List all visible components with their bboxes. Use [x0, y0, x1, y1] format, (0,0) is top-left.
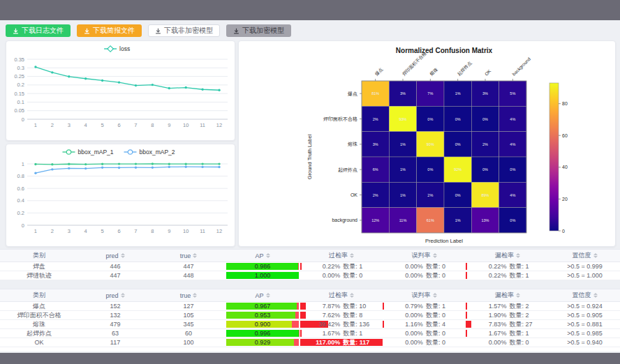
sort-desc-icon [121, 256, 125, 258]
sort-icon[interactable] [433, 253, 437, 258]
cell-conf: >0.5 = 0.881 [549, 320, 620, 329]
ap-value: 0.967 [225, 302, 300, 310]
cell-false: 0.00%数量: 0 [383, 311, 466, 320]
column-header-miss[interactable]: 漏检率 [466, 250, 549, 261]
loss-chart-svg: loss00.050.10.150.20.250.30.351234567891… [6, 41, 233, 139]
class-name: 起焊炸点 [27, 329, 52, 338]
rate-percent: 1.57% [466, 303, 509, 310]
svg-text:9: 9 [168, 228, 170, 234]
sort-icon[interactable] [266, 293, 270, 298]
cell-name: 熔珠 [0, 320, 78, 329]
cell-name: 起焊炸点 [0, 329, 78, 338]
cell-miss: 1.90%数量: 2 [466, 311, 549, 320]
svg-text:1%: 1% [400, 193, 406, 197]
svg-text:9: 9 [168, 122, 170, 128]
sort-icon[interactable] [593, 293, 598, 298]
download-icon [155, 28, 161, 34]
window-chrome-top [0, 0, 620, 20]
download-button-3[interactable]: 下载非加密模型 [148, 24, 220, 37]
rate-count: 数量: 10 [343, 302, 383, 311]
sort-icon[interactable] [593, 253, 598, 258]
loss-chart-legend[interactable]: loss [104, 45, 130, 52]
svg-text:11%: 11% [399, 218, 407, 222]
sort-icon[interactable] [193, 253, 197, 258]
cell-pred: 117 [78, 338, 152, 347]
svg-text:93%: 93% [399, 117, 406, 121]
column-header-false[interactable]: 误判率 [383, 250, 466, 261]
ap-value: 0.986 [225, 262, 300, 271]
svg-text:0.2: 0.2 [17, 82, 24, 88]
cell-true: 100 [152, 338, 225, 347]
download-toolbar: 下载日志文件下载简报文件下载非加密模型下载加密模型 [6, 24, 291, 37]
download-icon [233, 28, 239, 34]
class-name: 爆点 [33, 302, 45, 311]
column-header-conf[interactable]: 置信度 [549, 250, 620, 261]
download-button-2[interactable]: 下载简报文件 [77, 24, 142, 37]
sort-desc-icon [593, 256, 598, 258]
svg-text:0%: 0% [482, 167, 488, 172]
sort-icon[interactable] [350, 293, 354, 298]
sort-asc-icon [593, 293, 598, 295]
matrix-row-label: background [332, 218, 357, 223]
column-header-label: AP [255, 292, 263, 299]
ap-value: 0.996 [225, 329, 300, 338]
rate-values: 1.90%数量: 2 [466, 311, 549, 320]
svg-text:1: 1 [34, 122, 37, 128]
column-header-over[interactable]: 过检率 [300, 250, 383, 261]
matrix-xlabel: Prediction Label [425, 238, 463, 244]
matrix-row-label: 起焊炸点 [338, 167, 357, 173]
sort-desc-icon [433, 296, 437, 298]
download-button-1[interactable]: 下载日志文件 [6, 24, 71, 37]
cell-ap: 0.996 [225, 329, 300, 338]
download-icon [84, 28, 90, 34]
column-header-pred[interactable]: pred [78, 250, 152, 261]
true-value: 127 [183, 303, 193, 310]
rate-count: 数量: 0 [343, 271, 383, 280]
column-header-label: pred [105, 292, 118, 299]
sort-icon[interactable] [516, 253, 520, 258]
cell-over: 0.00%数量: 0 [300, 271, 383, 280]
svg-text:0: 0 [562, 229, 565, 234]
rate-percent: 39.42% [300, 321, 343, 328]
column-header-ap[interactable]: AP [225, 289, 300, 301]
sort-icon[interactable] [516, 293, 520, 298]
rate-percent: 0.22% [466, 272, 509, 279]
svg-text:0: 0 [22, 116, 24, 123]
column-header-pred[interactable]: pred [78, 289, 152, 301]
column-header-label: 类别 [33, 251, 45, 260]
rate-count: 数量: 0 [426, 311, 466, 320]
sort-icon[interactable] [350, 253, 354, 258]
sort-icon[interactable] [193, 293, 197, 298]
sort-icon[interactable] [121, 253, 125, 258]
column-header-conf[interactable]: 置信度 [549, 289, 620, 301]
cell-name: 焊印面积不合格 [0, 311, 78, 320]
confusion-matrix-svg: Normalized Confusion Matrix81%3%7%1%3%5%… [239, 41, 614, 245]
svg-text:0%: 0% [482, 117, 488, 121]
matrix-row-label: OK [350, 192, 357, 197]
cell-ap: 0.953 [225, 311, 300, 320]
column-header-miss[interactable]: 漏检率 [466, 289, 549, 301]
svg-text:92%: 92% [454, 167, 462, 172]
sort-icon[interactable] [433, 293, 437, 298]
map-chart-legend[interactable]: bbox_mAP_1bbox_mAP_2 [63, 149, 175, 156]
column-header-ap[interactable]: AP [225, 250, 300, 261]
pred-value: 446 [110, 263, 120, 270]
sort-icon[interactable] [266, 253, 270, 258]
sort-icon[interactable] [121, 293, 125, 298]
download-button-4[interactable]: 下载加密模型 [226, 24, 291, 37]
sort-desc-icon [433, 256, 437, 258]
rate-percent: 0.00% [300, 272, 343, 279]
cell-conf: >0.5 = 0.924 [549, 302, 620, 311]
column-header-over[interactable]: 过检率 [300, 289, 383, 301]
column-header-true[interactable]: true [152, 250, 225, 261]
rate-values: 7.83%数量: 27 [466, 320, 549, 329]
svg-text:0.25: 0.25 [14, 73, 24, 79]
column-header-true[interactable]: true [152, 289, 225, 301]
svg-text:0.05: 0.05 [14, 107, 24, 114]
column-header-false[interactable]: 误判率 [383, 289, 466, 301]
conf-value: >0.5 = 0.940 [567, 339, 603, 346]
rate-count: 数量: 0 [426, 338, 466, 347]
rate-values: 0.00%数量: 0 [383, 338, 466, 347]
svg-text:0.6: 0.6 [17, 185, 24, 192]
rate-count: 数量: 27 [509, 320, 549, 329]
